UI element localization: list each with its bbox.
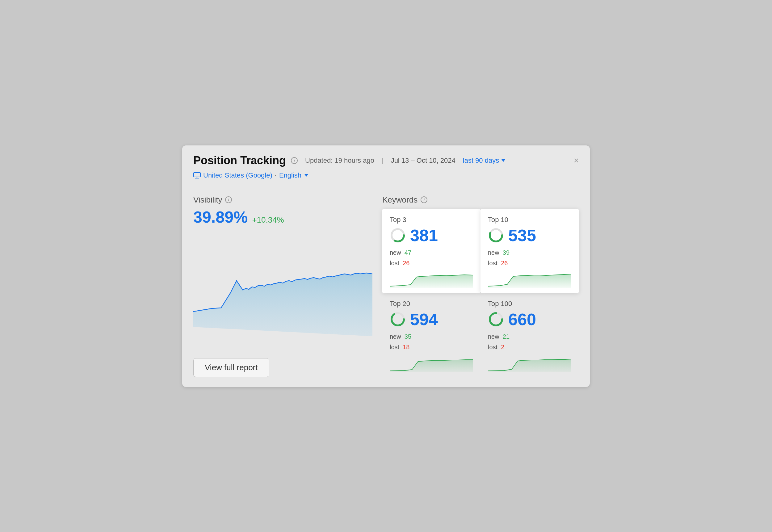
language-selector[interactable]: English — [279, 171, 308, 179]
top100-main-row: 660 — [488, 311, 571, 328]
visibility-label: Visibility i — [193, 195, 372, 205]
close-button[interactable]: × — [574, 156, 579, 165]
top20-main-row: 594 — [390, 311, 473, 328]
top100-stats: new 21 lost 2 — [488, 331, 571, 352]
top3-mini-chart — [390, 271, 473, 288]
monitor-icon — [193, 172, 201, 178]
top100-mini-chart — [488, 355, 571, 372]
view-full-report-button[interactable]: View full report — [193, 358, 269, 377]
visibility-change: +10.34% — [252, 215, 284, 225]
top100-label: Top 100 — [488, 300, 571, 308]
location-link[interactable]: United States (Google) — [193, 171, 272, 179]
language-chevron-icon — [304, 174, 308, 177]
header-bottom: United States (Google) · English — [193, 171, 579, 179]
visibility-chart-svg — [193, 231, 372, 336]
title-info-icon[interactable]: i — [291, 157, 298, 164]
keywords-info-icon[interactable]: i — [421, 196, 427, 203]
keywords-top20-card: Top 20 594 new 35 lost 18 — [382, 293, 480, 377]
widget-header: Position Tracking i Updated: 19 hours ag… — [182, 145, 590, 185]
top3-label: Top 3 — [390, 216, 473, 224]
visibility-info-icon[interactable]: i — [225, 196, 232, 203]
keywords-grid: Top 3 381 new 47 lost 26 — [382, 209, 579, 377]
top10-main-row: 535 — [488, 227, 571, 244]
top3-donut — [390, 227, 406, 243]
keywords-top100-card: Top 100 660 new 21 lost 2 — [480, 293, 579, 377]
top3-stats: new 47 lost 26 — [390, 247, 473, 268]
keywords-top3-card: Top 3 381 new 47 lost 26 — [382, 209, 480, 293]
keywords-label: Keywords i — [382, 195, 579, 205]
visibility-chart — [193, 231, 372, 350]
visibility-value: 39.89% +10.34% — [193, 208, 372, 226]
top20-label: Top 20 — [390, 300, 473, 308]
top20-donut — [390, 311, 406, 327]
top20-stats: new 35 lost 18 — [390, 331, 473, 352]
top3-main-row: 381 — [390, 227, 473, 244]
right-panel: Keywords i Top 3 381 — [382, 195, 579, 377]
position-tracking-widget: Position Tracking i Updated: 19 hours ag… — [182, 145, 590, 387]
top10-mini-chart — [488, 271, 571, 288]
top20-value: 594 — [410, 311, 438, 328]
top3-value: 381 — [410, 227, 438, 244]
top100-donut — [488, 311, 504, 327]
period-selector[interactable]: last 90 days — [463, 157, 505, 165]
svg-rect-0 — [194, 173, 200, 177]
header-separator: | — [382, 157, 384, 165]
page-title: Position Tracking — [193, 154, 286, 167]
chevron-down-icon — [501, 159, 505, 162]
header-top: Position Tracking i Updated: 19 hours ag… — [193, 154, 579, 167]
top10-stats: new 39 lost 26 — [488, 247, 571, 268]
date-range: Jul 13 – Oct 10, 2024 — [391, 157, 455, 165]
top100-value: 660 — [508, 311, 536, 328]
top10-donut — [488, 227, 504, 243]
dot-separator: · — [275, 171, 277, 179]
top10-label: Top 10 — [488, 216, 571, 224]
widget-body: Visibility i 39.89% +10.34% — [182, 185, 590, 387]
left-panel: Visibility i 39.89% +10.34% — [193, 195, 372, 377]
top10-value: 535 — [508, 227, 536, 244]
top20-mini-chart — [390, 355, 473, 372]
keywords-top10-card: Top 10 535 new 39 lost 26 — [480, 209, 579, 293]
updated-text: Updated: 19 hours ago — [305, 157, 374, 165]
